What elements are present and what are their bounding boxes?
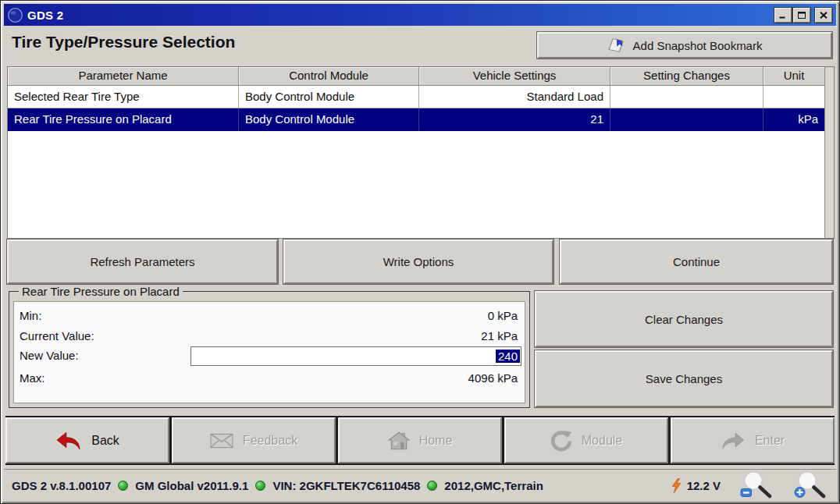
- min-row: Min: 0 kPa: [14, 306, 525, 326]
- magnifier-plus-icon: [792, 470, 828, 499]
- home-label: Home: [419, 434, 453, 448]
- back-label: Back: [91, 434, 119, 448]
- groupbox-title: Rear Tire Pressure on Placard: [19, 285, 183, 298]
- app-version-text: GDS 2 v.8.1.00107: [12, 479, 111, 492]
- page-title: Tire Type/Pressure Selection: [12, 33, 235, 51]
- status-bar: GDS 2 v.8.1.00107 GM Global v2011.9.1 VI…: [4, 469, 836, 501]
- cell-module: Body Control Module: [239, 86, 419, 108]
- cell-parameter: Rear Tire Pressure on Placard: [8, 108, 239, 131]
- cell-parameter: Selected Rear Tire Type: [8, 86, 239, 108]
- parameter-editor-groupbox: Rear Tire Pressure on Placard Min: 0 kPa…: [9, 291, 530, 408]
- refresh-parameters-button[interactable]: Refresh Parameters: [7, 240, 278, 284]
- back-arrow-icon: [55, 431, 82, 451]
- cell-setting-change: [610, 86, 763, 108]
- voltage-indicator: 12.2 V: [671, 478, 721, 493]
- module-button: Module: [504, 417, 668, 463]
- software-version-text: GM Global v2011.9.1: [135, 479, 248, 492]
- voltage-text: 12.2 V: [687, 479, 721, 492]
- feedback-label: Feedback: [243, 434, 297, 448]
- cell-vehicle-setting: Standard Load: [419, 86, 610, 108]
- zoom-out-button[interactable]: [739, 470, 774, 501]
- circular-arrow-icon: [550, 430, 572, 452]
- cell-vehicle-setting: 21: [419, 108, 610, 131]
- table-header-row: Parameter Name Control Module Vehicle Se…: [8, 67, 824, 86]
- green-status-dot: [118, 481, 128, 491]
- minimize-button[interactable]: [774, 8, 792, 23]
- vin-text: VIN: 2GKFLTEK7C6110458: [272, 479, 420, 492]
- column-header-vehicle-settings: Vehicle Settings: [419, 67, 610, 86]
- close-icon: [820, 12, 828, 19]
- parameter-editor-panel: Min: 0 kPa Current Value: 21 kPa New Val…: [13, 301, 525, 403]
- bottom-navigation-bar: Back Feedback Home M: [5, 416, 835, 465]
- write-options-label: Write Options: [383, 255, 454, 268]
- green-status-dot: [255, 481, 265, 491]
- new-value-label: New Value:: [20, 346, 79, 366]
- column-header-control-module: Control Module: [239, 67, 419, 86]
- home-button: Home: [338, 417, 502, 463]
- new-value-row: New Value: 240: [14, 346, 525, 366]
- vehicle-text: 2012,GMC,Terrain: [444, 479, 543, 492]
- clear-changes-label: Clear Changes: [645, 313, 723, 326]
- max-value: 4096 kPa: [468, 368, 518, 389]
- column-header-setting-changes: Setting Changes: [610, 67, 763, 86]
- current-value-label: Current Value:: [20, 326, 94, 346]
- table-row-selected-rear-tire-type[interactable]: Selected Rear Tire Type Body Control Mod…: [8, 86, 824, 108]
- write-options-button[interactable]: Write Options: [283, 240, 553, 284]
- zoom-in-button[interactable]: [792, 470, 828, 501]
- cell-unit: [763, 86, 824, 108]
- cell-setting-change: [610, 108, 763, 131]
- continue-label: Continue: [673, 255, 720, 268]
- snapshot-bookmark-icon: [607, 37, 626, 54]
- table-empty-area: [8, 131, 824, 238]
- refresh-parameters-label: Refresh Parameters: [90, 255, 194, 268]
- gds2-window: GDS 2 Tire Type/Pressure Selection Add S…: [0, 0, 840, 504]
- window-title: GDS 2: [27, 9, 64, 22]
- window-titlebar: GDS 2: [4, 4, 836, 26]
- column-header-parameter-name: Parameter Name: [8, 67, 239, 86]
- magnifier-minus-icon: [739, 470, 774, 499]
- max-label: Max:: [20, 368, 45, 389]
- column-header-unit: Unit: [763, 67, 824, 86]
- current-value-row: Current Value: 21 kPa: [14, 326, 525, 346]
- table-row-rear-tire-pressure[interactable]: Rear Tire Pressure on Placard Body Contr…: [8, 108, 824, 131]
- cell-unit: kPa: [763, 108, 824, 131]
- envelope-icon: [210, 433, 233, 449]
- min-value: 0 kPa: [488, 306, 518, 326]
- add-snapshot-bookmark-label: Add Snapshot Bookmark: [633, 39, 763, 52]
- min-label: Min:: [20, 306, 41, 326]
- module-label: Module: [582, 434, 622, 448]
- parameter-table: Parameter Name Control Module Vehicle Se…: [7, 66, 835, 239]
- new-value-selected-text: 240: [496, 350, 520, 363]
- continue-button[interactable]: Continue: [560, 240, 833, 284]
- current-value: 21 kPa: [481, 326, 518, 346]
- house-icon: [388, 431, 410, 450]
- maximize-button[interactable]: [793, 8, 810, 23]
- minimize-icon: [779, 12, 787, 19]
- close-button[interactable]: [815, 8, 832, 23]
- enter-arrow-icon: [721, 431, 746, 450]
- feedback-button: Feedback: [172, 417, 336, 463]
- cell-module: Body Control Module: [239, 108, 419, 131]
- save-changes-label: Save Changes: [646, 372, 722, 385]
- maximize-icon: [798, 12, 806, 19]
- table-scrollbar[interactable]: [824, 67, 834, 238]
- green-status-dot: [427, 481, 437, 491]
- back-button[interactable]: Back: [5, 417, 169, 463]
- lightning-bolt-icon: [671, 478, 682, 493]
- gds-logo-icon: [8, 8, 23, 23]
- enter-label: Enter: [755, 434, 785, 448]
- save-changes-button[interactable]: Save Changes: [535, 350, 833, 407]
- enter-button: Enter: [671, 417, 835, 463]
- add-snapshot-bookmark-button[interactable]: Add Snapshot Bookmark: [537, 32, 832, 59]
- new-value-input[interactable]: 240: [190, 346, 521, 366]
- max-row: Max: 4096 kPa: [14, 368, 525, 389]
- clear-changes-button[interactable]: Clear Changes: [535, 291, 833, 347]
